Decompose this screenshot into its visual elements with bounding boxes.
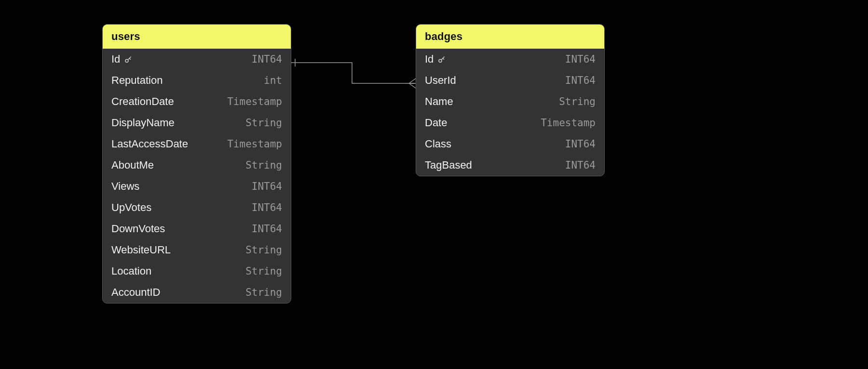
column-row[interactable]: WebsiteURLString xyxy=(103,239,291,261)
column-name-text: LastAccessDate xyxy=(111,138,188,150)
column-name-text: AboutMe xyxy=(111,159,154,171)
column-type: INT64 xyxy=(565,75,596,86)
table-badges-body: IdINT64UserIdINT64NameStringDateTimestam… xyxy=(416,49,604,176)
column-name: UserId xyxy=(425,74,456,87)
er-diagram-canvas: { "tables": { "users": { "title": "users… xyxy=(0,0,868,369)
column-name: CreationDate xyxy=(111,95,174,108)
table-badges[interactable]: badges IdINT64UserIdINT64NameStringDateT… xyxy=(416,24,605,176)
column-name: Name xyxy=(425,95,453,108)
column-row[interactable]: NameString xyxy=(416,91,604,112)
column-name-text: Name xyxy=(425,95,453,108)
table-users[interactable]: users IdINT64ReputationintCreationDateTi… xyxy=(102,24,291,303)
column-name: Reputation xyxy=(111,74,163,87)
primary-key-icon xyxy=(124,53,133,66)
column-row[interactable]: DownVotesINT64 xyxy=(103,218,291,239)
column-name: Views xyxy=(111,180,139,193)
column-type: String xyxy=(245,244,282,256)
column-type: String xyxy=(559,96,596,107)
table-users-title: users xyxy=(111,30,140,42)
column-name-text: WebsiteURL xyxy=(111,244,171,256)
column-row[interactable]: ClassINT64 xyxy=(416,133,604,155)
svg-line-5 xyxy=(409,83,416,88)
table-badges-header: badges xyxy=(416,25,604,49)
column-row[interactable]: DateTimestamp xyxy=(416,112,604,133)
column-name: Id xyxy=(425,53,446,66)
column-name-text: Class xyxy=(425,138,451,150)
column-row[interactable]: TagBasedINT64 xyxy=(416,155,604,176)
table-users-header: users xyxy=(103,25,291,49)
column-type: String xyxy=(245,117,282,129)
column-name: AccountID xyxy=(111,286,161,299)
column-name: Location xyxy=(111,265,151,277)
column-type: INT64 xyxy=(252,223,282,235)
column-name-text: TagBased xyxy=(425,159,472,171)
column-name-text: Views xyxy=(111,180,139,193)
column-type: INT64 xyxy=(565,159,596,171)
column-name: UpVotes xyxy=(111,201,151,214)
column-row[interactable]: CreationDateTimestamp xyxy=(103,91,291,112)
column-row[interactable]: AccountIDString xyxy=(103,282,291,303)
column-row[interactable]: LastAccessDateTimestamp xyxy=(103,133,291,155)
column-type: INT64 xyxy=(565,53,596,65)
column-type: INT64 xyxy=(252,202,282,213)
column-type: int xyxy=(264,75,282,86)
column-name: DisplayName xyxy=(111,117,175,129)
column-name: Date xyxy=(425,117,447,129)
column-name: WebsiteURL xyxy=(111,244,171,256)
column-name-text: AccountID xyxy=(111,286,161,299)
column-name: Id xyxy=(111,53,133,66)
column-row[interactable]: UpVotesINT64 xyxy=(103,197,291,218)
column-row[interactable]: IdINT64 xyxy=(416,49,604,70)
table-badges-title: badges xyxy=(425,30,462,42)
column-type: String xyxy=(245,159,282,171)
column-type: INT64 xyxy=(565,138,596,150)
column-row[interactable]: DisplayNameString xyxy=(103,112,291,133)
column-name: Class xyxy=(425,138,451,150)
column-type: String xyxy=(245,287,282,298)
column-type: Timestamp xyxy=(227,96,282,107)
column-name: AboutMe xyxy=(111,159,154,171)
column-type: INT64 xyxy=(252,181,282,192)
column-name-text: UpVotes xyxy=(111,201,151,214)
table-users-body: IdINT64ReputationintCreationDateTimestam… xyxy=(103,49,291,303)
svg-line-3 xyxy=(409,79,416,83)
column-row[interactable]: ViewsINT64 xyxy=(103,176,291,197)
column-row[interactable]: AboutMeString xyxy=(103,155,291,176)
column-name-text: Id xyxy=(111,53,120,66)
column-name: TagBased xyxy=(425,159,472,171)
primary-key-icon xyxy=(437,53,446,66)
column-type: Timestamp xyxy=(227,138,282,150)
column-name-text: Reputation xyxy=(111,74,163,87)
column-name-text: Id xyxy=(425,53,434,66)
column-name: DownVotes xyxy=(111,223,165,235)
column-type: INT64 xyxy=(252,53,282,65)
column-type: String xyxy=(245,265,282,277)
column-name-text: DisplayName xyxy=(111,117,175,129)
column-name-text: Location xyxy=(111,265,151,277)
column-name-text: CreationDate xyxy=(111,95,174,108)
column-name-text: UserId xyxy=(425,74,456,87)
column-name-text: DownVotes xyxy=(111,223,165,235)
column-row[interactable]: LocationString xyxy=(103,261,291,282)
column-name: LastAccessDate xyxy=(111,138,188,150)
column-row[interactable]: Reputationint xyxy=(103,70,291,91)
column-row[interactable]: IdINT64 xyxy=(103,49,291,70)
column-row[interactable]: UserIdINT64 xyxy=(416,70,604,91)
column-type: Timestamp xyxy=(541,117,596,129)
column-name-text: Date xyxy=(425,117,447,129)
